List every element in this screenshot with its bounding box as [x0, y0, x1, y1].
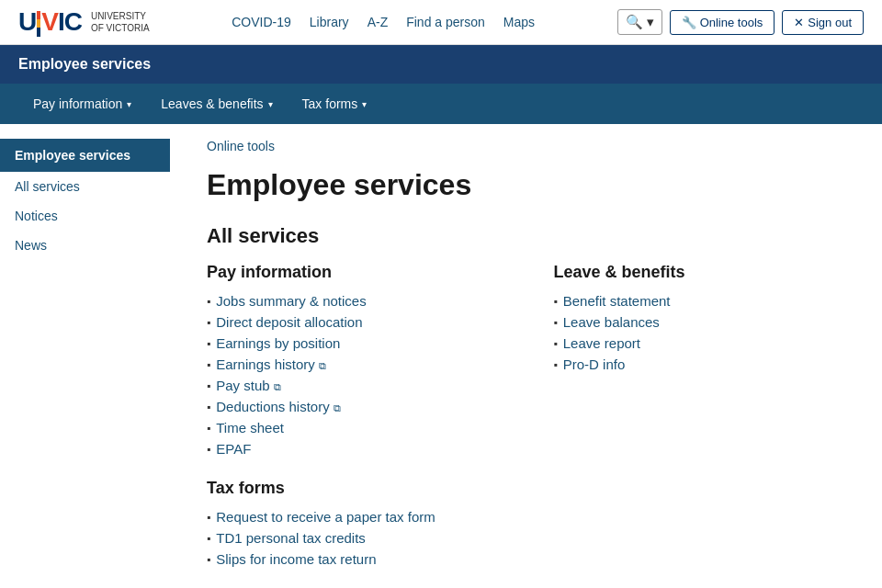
- prod-info-link[interactable]: Pro-D info: [563, 356, 626, 372]
- search-icon: 🔍: [626, 14, 643, 30]
- external-link-icon: ⧉: [334, 402, 341, 413]
- request-paper-tax-link[interactable]: Request to receive a paper tax form: [216, 509, 435, 525]
- time-sheet-link[interactable]: Time sheet: [216, 420, 284, 435]
- tax-forms-section: Tax forms Request to receive a paper tax…: [207, 479, 499, 567]
- external-link-icon: ⧉: [274, 381, 281, 392]
- top-bar-right: 🔍 ▾ 🔧 Online tools ✕ Sign out: [617, 9, 864, 35]
- sidebar-active-employee-services[interactable]: Employee services: [0, 139, 170, 172]
- pay-information-list: Jobs summary & notices Direct deposit al…: [207, 293, 499, 457]
- list-item: Pro-D info: [554, 356, 846, 372]
- list-item: Pay stub ⧉: [207, 378, 499, 393]
- earnings-history-link[interactable]: Earnings history ⧉: [216, 356, 326, 372]
- secondary-nav: Pay information ▾ Leaves & benefits ▾ Ta…: [0, 84, 882, 124]
- nav-covid[interactable]: COVID-19: [232, 15, 291, 29]
- benefit-statement-link[interactable]: Benefit statement: [563, 293, 671, 309]
- pay-information-title: Pay information: [207, 263, 499, 282]
- chevron-leaves-icon: ▾: [268, 99, 273, 109]
- external-link-icon: ⧉: [319, 360, 326, 371]
- search-box[interactable]: 🔍 ▾: [617, 9, 662, 35]
- page-title: Employee services: [207, 168, 845, 202]
- sidebar-item-all-services[interactable]: All services: [0, 172, 170, 201]
- wrench-icon: 🔧: [682, 16, 696, 29]
- pay-information-col: Pay information Jobs summary & notices D…: [207, 263, 499, 588]
- list-item: TD1 personal tax credits: [207, 530, 499, 546]
- slips-income-tax-link[interactable]: Slips for income tax return: [216, 551, 376, 567]
- leave-report-link[interactable]: Leave report: [563, 335, 640, 351]
- direct-deposit-link[interactable]: Direct deposit allocation: [216, 314, 362, 330]
- list-item: Deductions history ⧉: [207, 399, 499, 414]
- times-icon: ✕: [794, 16, 804, 29]
- nav-maps[interactable]: Maps: [503, 15, 535, 29]
- list-item: Leave report: [554, 335, 846, 351]
- all-services-title: All services: [207, 224, 845, 248]
- leave-balances-link[interactable]: Leave balances: [563, 314, 660, 330]
- chevron-pay-icon: ▾: [127, 99, 131, 109]
- leave-benefits-title: Leave & benefits: [554, 263, 846, 282]
- logo-area: UVIC UNIVERSITYOF VICTORIA: [18, 7, 150, 37]
- uvic-logo: UVIC: [18, 7, 82, 37]
- list-item: Benefit statement: [554, 293, 846, 309]
- list-item: Direct deposit allocation: [207, 314, 499, 330]
- list-item: Time sheet: [207, 420, 499, 435]
- sidebar-item-news[interactable]: News: [0, 231, 170, 260]
- sidebar: Employee services All services Notices N…: [0, 124, 170, 588]
- breadcrumb[interactable]: Online tools: [207, 139, 845, 153]
- list-item: EPAF: [207, 441, 499, 457]
- nav-pay-information[interactable]: Pay information ▾: [18, 84, 146, 124]
- leave-benefits-list: Benefit statement Leave balances Leave r…: [554, 293, 846, 372]
- chevron-tax-icon: ▾: [362, 99, 367, 109]
- leave-benefits-col: Leave & benefits Benefit statement Leave…: [554, 263, 846, 588]
- chevron-down-icon: ▾: [647, 14, 654, 30]
- pay-stub-link[interactable]: Pay stub ⧉: [216, 378, 281, 393]
- blue-banner: Employee services: [0, 45, 882, 84]
- nav-library[interactable]: Library: [310, 15, 349, 29]
- list-item: Leave balances: [554, 314, 846, 330]
- university-name: UNIVERSITYOF VICTORIA: [91, 10, 150, 34]
- td1-credits-link[interactable]: TD1 personal tax credits: [216, 530, 366, 546]
- online-tools-button[interactable]: 🔧 Online tools: [670, 10, 775, 35]
- nav-leaves-benefits[interactable]: Leaves & benefits ▾: [146, 84, 287, 124]
- list-item: Earnings by position: [207, 335, 499, 351]
- nav-az[interactable]: A-Z: [368, 15, 389, 29]
- sign-out-button[interactable]: ✕ Sign out: [782, 10, 864, 35]
- nav-tax-forms[interactable]: Tax forms ▾: [288, 84, 382, 124]
- jobs-summary-link[interactable]: Jobs summary & notices: [216, 293, 366, 309]
- list-item: Request to receive a paper tax form: [207, 509, 499, 525]
- list-item: Jobs summary & notices: [207, 293, 499, 309]
- tax-forms-list: Request to receive a paper tax form TD1 …: [207, 509, 499, 567]
- top-nav-links: COVID-19 Library A-Z Find a person Maps: [172, 15, 595, 29]
- sidebar-item-notices[interactable]: Notices: [0, 201, 170, 231]
- content-area: Online tools Employee services All servi…: [170, 124, 882, 588]
- tax-forms-title: Tax forms: [207, 479, 499, 498]
- nav-find-person[interactable]: Find a person: [406, 15, 485, 29]
- main-wrapper: Employee services All services Notices N…: [0, 124, 882, 588]
- earnings-by-position-link[interactable]: Earnings by position: [216, 335, 340, 351]
- list-item: Slips for income tax return: [207, 551, 499, 567]
- two-col-layout: Pay information Jobs summary & notices D…: [207, 263, 845, 588]
- deductions-history-link[interactable]: Deductions history ⧉: [216, 399, 341, 414]
- list-item: Earnings history ⧉: [207, 356, 499, 372]
- top-bar: UVIC UNIVERSITYOF VICTORIA COVID-19 Libr…: [0, 0, 882, 45]
- epaf-link[interactable]: EPAF: [216, 441, 251, 457]
